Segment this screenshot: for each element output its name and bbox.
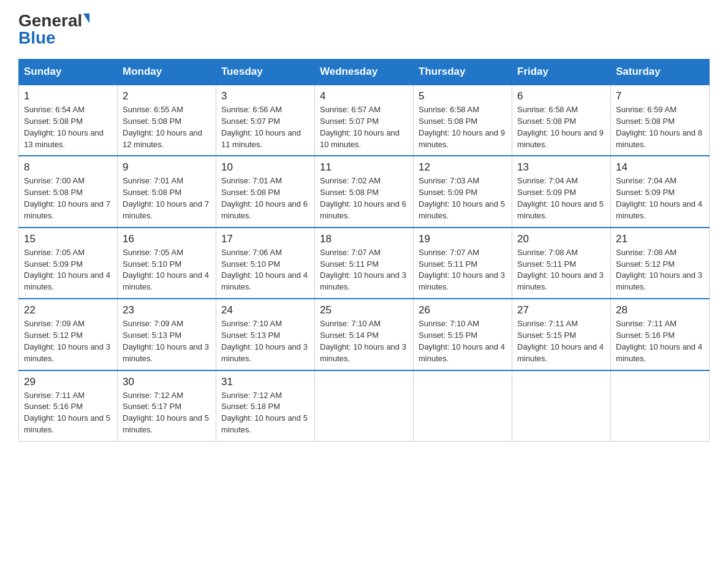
col-header-thursday: Thursday — [414, 59, 512, 85]
day-info: Sunrise: 7:03 AMSunset: 5:09 PMDaylight:… — [419, 176, 505, 220]
col-header-saturday: Saturday — [611, 59, 710, 85]
day-number: 28 — [616, 304, 704, 316]
calendar-cell: 6 Sunrise: 6:58 AMSunset: 5:08 PMDayligh… — [512, 85, 611, 156]
day-info: Sunrise: 6:56 AMSunset: 5:07 PMDaylight:… — [221, 105, 301, 149]
col-header-monday: Monday — [118, 59, 216, 85]
day-number: 15 — [24, 233, 112, 245]
col-header-tuesday: Tuesday — [216, 59, 315, 85]
day-number: 29 — [24, 376, 112, 388]
day-info: Sunrise: 7:10 AMSunset: 5:14 PMDaylight:… — [320, 319, 406, 363]
page-header: General Blue — [18, 12, 710, 47]
calendar-cell: 31 Sunrise: 7:12 AMSunset: 5:18 PMDaylig… — [216, 370, 315, 442]
calendar-cell: 1 Sunrise: 6:54 AMSunset: 5:08 PMDayligh… — [19, 85, 118, 156]
calendar-cell — [611, 370, 710, 442]
day-info: Sunrise: 7:08 AMSunset: 5:12 PMDaylight:… — [616, 248, 702, 292]
day-info: Sunrise: 7:07 AMSunset: 5:11 PMDaylight:… — [419, 248, 505, 292]
day-info: Sunrise: 7:08 AMSunset: 5:11 PMDaylight:… — [517, 248, 604, 292]
calendar-cell — [414, 370, 512, 442]
logo-general-text: General — [18, 12, 82, 29]
calendar-cell: 16 Sunrise: 7:05 AMSunset: 5:10 PMDaylig… — [118, 228, 216, 299]
calendar-week-row: 29 Sunrise: 7:11 AMSunset: 5:16 PMDaylig… — [19, 370, 710, 442]
calendar-cell: 30 Sunrise: 7:12 AMSunset: 5:17 PMDaylig… — [118, 370, 216, 442]
day-number: 31 — [221, 376, 309, 388]
day-info: Sunrise: 7:07 AMSunset: 5:11 PMDaylight:… — [320, 248, 406, 292]
day-number: 3 — [221, 90, 309, 102]
calendar-cell: 25 Sunrise: 7:10 AMSunset: 5:14 PMDaylig… — [315, 299, 414, 370]
day-info: Sunrise: 7:04 AMSunset: 5:09 PMDaylight:… — [616, 176, 702, 220]
day-info: Sunrise: 7:04 AMSunset: 5:09 PMDaylight:… — [517, 176, 604, 220]
calendar-cell: 7 Sunrise: 6:59 AMSunset: 5:08 PMDayligh… — [611, 85, 710, 156]
calendar-cell: 20 Sunrise: 7:08 AMSunset: 5:11 PMDaylig… — [512, 228, 611, 299]
day-number: 2 — [123, 90, 211, 102]
day-number: 12 — [419, 161, 507, 174]
calendar-cell: 27 Sunrise: 7:11 AMSunset: 5:15 PMDaylig… — [512, 299, 611, 370]
day-number: 7 — [616, 90, 704, 102]
col-header-friday: Friday — [512, 59, 611, 85]
calendar-header-row: SundayMondayTuesdayWednesdayThursdayFrid… — [19, 59, 710, 85]
day-info: Sunrise: 7:09 AMSunset: 5:12 PMDaylight:… — [24, 319, 110, 363]
day-info: Sunrise: 7:12 AMSunset: 5:17 PMDaylight:… — [123, 391, 209, 435]
logo-triangle-icon — [83, 13, 89, 23]
day-info: Sunrise: 7:01 AMSunset: 5:08 PMDaylight:… — [123, 176, 209, 220]
calendar-cell: 2 Sunrise: 6:55 AMSunset: 5:08 PMDayligh… — [118, 85, 216, 156]
day-info: Sunrise: 7:06 AMSunset: 5:10 PMDaylight:… — [221, 248, 308, 292]
day-number: 4 — [320, 90, 408, 102]
day-number: 9 — [123, 161, 211, 174]
day-number: 1 — [24, 90, 112, 102]
day-number: 8 — [24, 161, 112, 174]
calendar-cell: 4 Sunrise: 6:57 AMSunset: 5:07 PMDayligh… — [315, 85, 414, 156]
calendar-cell: 17 Sunrise: 7:06 AMSunset: 5:10 PMDaylig… — [216, 228, 315, 299]
day-number: 11 — [320, 161, 408, 174]
calendar-cell: 13 Sunrise: 7:04 AMSunset: 5:09 PMDaylig… — [512, 156, 611, 227]
day-number: 14 — [616, 161, 704, 174]
calendar-cell: 21 Sunrise: 7:08 AMSunset: 5:12 PMDaylig… — [611, 228, 710, 299]
calendar-cell: 8 Sunrise: 7:00 AMSunset: 5:08 PMDayligh… — [19, 156, 118, 227]
calendar-week-row: 8 Sunrise: 7:00 AMSunset: 5:08 PMDayligh… — [19, 156, 710, 227]
day-number: 16 — [123, 233, 211, 245]
calendar-cell: 18 Sunrise: 7:07 AMSunset: 5:11 PMDaylig… — [315, 228, 414, 299]
calendar-cell: 24 Sunrise: 7:10 AMSunset: 5:13 PMDaylig… — [216, 299, 315, 370]
calendar-cell: 3 Sunrise: 6:56 AMSunset: 5:07 PMDayligh… — [216, 85, 315, 156]
calendar-cell: 5 Sunrise: 6:58 AMSunset: 5:08 PMDayligh… — [414, 85, 512, 156]
day-info: Sunrise: 7:09 AMSunset: 5:13 PMDaylight:… — [123, 319, 209, 363]
calendar-cell: 10 Sunrise: 7:01 AMSunset: 5:08 PMDaylig… — [216, 156, 315, 227]
day-number: 26 — [419, 304, 507, 316]
col-header-sunday: Sunday — [19, 59, 118, 85]
day-number: 6 — [517, 90, 605, 102]
logo: General Blue — [18, 12, 89, 47]
calendar-cell: 9 Sunrise: 7:01 AMSunset: 5:08 PMDayligh… — [118, 156, 216, 227]
calendar-cell: 29 Sunrise: 7:11 AMSunset: 5:16 PMDaylig… — [19, 370, 118, 442]
day-number: 30 — [123, 376, 211, 388]
calendar-cell: 12 Sunrise: 7:03 AMSunset: 5:09 PMDaylig… — [414, 156, 512, 227]
day-number: 19 — [419, 233, 507, 245]
calendar-cell: 23 Sunrise: 7:09 AMSunset: 5:13 PMDaylig… — [118, 299, 216, 370]
calendar-cell: 11 Sunrise: 7:02 AMSunset: 5:08 PMDaylig… — [315, 156, 414, 227]
day-number: 17 — [221, 233, 309, 245]
day-info: Sunrise: 6:59 AMSunset: 5:08 PMDaylight:… — [616, 105, 702, 149]
day-info: Sunrise: 7:12 AMSunset: 5:18 PMDaylight:… — [221, 391, 308, 435]
day-info: Sunrise: 6:54 AMSunset: 5:08 PMDaylight:… — [24, 105, 104, 149]
calendar-week-row: 15 Sunrise: 7:05 AMSunset: 5:09 PMDaylig… — [19, 228, 710, 299]
day-number: 20 — [517, 233, 605, 245]
day-number: 13 — [517, 161, 605, 174]
day-info: Sunrise: 7:10 AMSunset: 5:13 PMDaylight:… — [221, 319, 308, 363]
day-info: Sunrise: 6:58 AMSunset: 5:08 PMDaylight:… — [517, 105, 604, 149]
col-header-wednesday: Wednesday — [315, 59, 414, 85]
day-info: Sunrise: 7:05 AMSunset: 5:09 PMDaylight:… — [24, 248, 110, 292]
day-info: Sunrise: 7:11 AMSunset: 5:16 PMDaylight:… — [616, 319, 702, 363]
calendar-cell: 28 Sunrise: 7:11 AMSunset: 5:16 PMDaylig… — [611, 299, 710, 370]
day-number: 24 — [221, 304, 309, 316]
calendar-week-row: 22 Sunrise: 7:09 AMSunset: 5:12 PMDaylig… — [19, 299, 710, 370]
day-info: Sunrise: 6:58 AMSunset: 5:08 PMDaylight:… — [419, 105, 505, 149]
calendar-table: SundayMondayTuesdayWednesdayThursdayFrid… — [18, 59, 710, 442]
day-info: Sunrise: 7:11 AMSunset: 5:16 PMDaylight:… — [24, 391, 110, 435]
day-number: 27 — [517, 304, 605, 316]
day-info: Sunrise: 7:11 AMSunset: 5:15 PMDaylight:… — [517, 319, 604, 363]
day-number: 21 — [616, 233, 704, 245]
day-number: 5 — [419, 90, 507, 102]
day-number: 18 — [320, 233, 408, 245]
calendar-cell: 26 Sunrise: 7:10 AMSunset: 5:15 PMDaylig… — [414, 299, 512, 370]
day-info: Sunrise: 6:55 AMSunset: 5:08 PMDaylight:… — [123, 105, 202, 149]
calendar-cell — [315, 370, 414, 442]
day-number: 25 — [320, 304, 408, 316]
